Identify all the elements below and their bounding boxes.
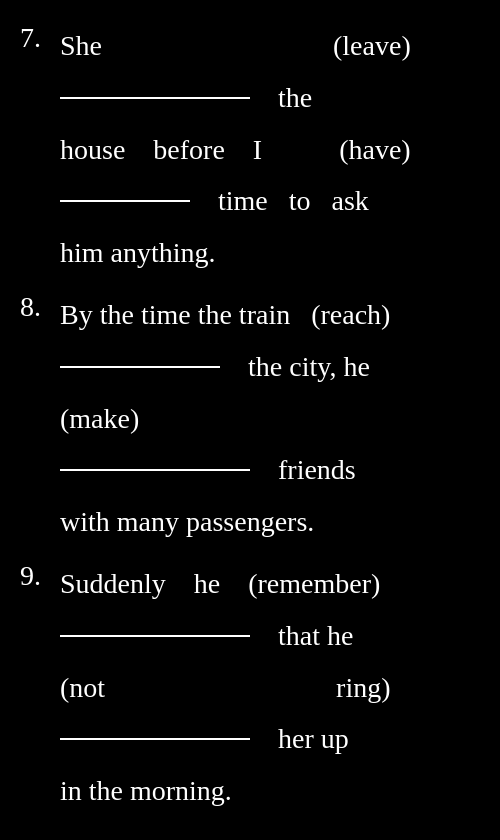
item7-ask: ask: [332, 185, 369, 216]
item9-blank2: [60, 738, 250, 740]
item7-to: to: [289, 185, 311, 216]
item7-blank2: [60, 200, 190, 202]
item8-line4: friends: [60, 444, 470, 496]
item-number-7: 7.: [20, 20, 60, 279]
item7-him-anything: him anything.: [60, 237, 216, 268]
item-content-8: By the time the train (reach) the city, …: [60, 289, 470, 548]
item7-line4: time to ask: [60, 175, 470, 227]
item8-by-the-time: By the time the train: [60, 299, 290, 330]
item9-suddenly: Suddenly: [60, 568, 166, 599]
item9-line2: that he: [60, 610, 470, 662]
item9-he: he: [194, 568, 220, 599]
item-content-7: She (leave) the house before I: [60, 20, 470, 279]
item9-line1: Suddenly he (remember): [60, 558, 470, 610]
item9-line5: in the morning.: [60, 765, 470, 817]
item7-before: before: [153, 134, 225, 165]
item9-ring: ring): [336, 672, 390, 703]
item7-blank1: [60, 97, 250, 99]
item7-the: the: [278, 82, 312, 113]
item9-that-he: that he: [278, 620, 353, 651]
item9-blank1: [60, 635, 250, 637]
item9-line4: her up: [60, 713, 470, 765]
item7-line3: house before I (have): [60, 124, 470, 176]
item-content-9: Suddenly he (remember) that he (not ring…: [60, 558, 470, 817]
item7-have: (have): [339, 134, 411, 165]
item7-line2: the: [60, 72, 470, 124]
exercise-list: 7. She (leave) the house before: [20, 20, 470, 817]
item7-house: house: [60, 134, 125, 165]
item9-not: (not: [60, 672, 105, 703]
item8-the-city-he: the city, he: [248, 351, 370, 382]
item8-reach: (reach): [311, 299, 390, 330]
item9-her-up: her up: [278, 723, 349, 754]
item9-remember: (remember): [248, 568, 380, 599]
item8-line3: (make): [60, 393, 470, 445]
item8-line1: By the time the train (reach): [60, 289, 470, 341]
item8-line2: the city, he: [60, 341, 470, 393]
item-number-8: 8.: [20, 289, 60, 548]
item8-line5: with many passengers.: [60, 496, 470, 548]
item-number-9: 9.: [20, 558, 60, 817]
item7-she: She: [60, 30, 102, 61]
item7-time: time: [218, 185, 268, 216]
item7-line5: him anything.: [60, 227, 470, 279]
item8-make: (make): [60, 403, 139, 434]
item7-i: I: [253, 134, 262, 165]
item9-in-the-morning: in the morning.: [60, 775, 232, 806]
item8-with-many: with many passengers.: [60, 506, 314, 537]
exercise-item-8: 8. By the time the train (reach) the cit…: [20, 289, 470, 548]
item7-leave: (leave): [333, 30, 411, 61]
item8-blank1: [60, 366, 220, 368]
item9-line3: (not ring): [60, 662, 470, 714]
exercise-item-7: 7. She (leave) the house before: [20, 20, 470, 279]
item8-blank2: [60, 469, 250, 471]
item8-friends: friends: [278, 454, 356, 485]
exercise-item-9: 9. Suddenly he (remember) that he (not: [20, 558, 470, 817]
item7-line1: She (leave): [60, 20, 470, 72]
